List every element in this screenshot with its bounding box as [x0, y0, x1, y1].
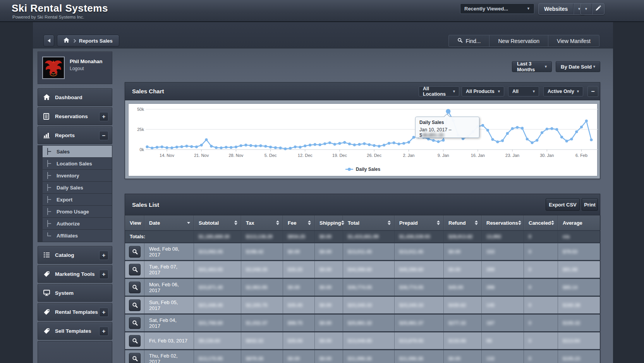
sidebar-item-marketing-tools[interactable]: Marketing Tools+ — [38, 265, 112, 283]
blurred-value: $0.00 — [319, 249, 331, 255]
blurred-value: $0.00 — [288, 356, 300, 361]
sidebar-item-label: Marketing Tools — [55, 271, 95, 277]
expand-icon[interactable]: + — [99, 308, 108, 317]
new-reservation-button[interactable]: New Reservation — [489, 35, 548, 46]
breadcrumb[interactable]: Reports Sales — [57, 35, 119, 46]
value-cell-blurred: 0 — [524, 332, 558, 349]
blurred-value: $79.53 — [563, 249, 577, 255]
view-sale-button[interactable] — [129, 246, 141, 258]
view-sale-button[interactable] — [129, 282, 141, 293]
products-filter-select[interactable]: All Products ▼ — [462, 86, 504, 96]
blurred-value: 98 — [486, 338, 492, 344]
col-header-fee[interactable]: Fee — [283, 215, 315, 230]
websites-button[interactable]: Websites — [539, 3, 573, 14]
print-button[interactable]: Print — [582, 198, 598, 211]
blurred-value: 187 — [486, 320, 495, 326]
blurred-value: $113,138.29 — [246, 234, 273, 239]
date-cell: Sat, Feb 04, 2017 — [144, 315, 194, 331]
sidebar-item-rental-templates[interactable]: Rental Templates+ — [38, 303, 112, 321]
view-sale-button[interactable] — [129, 264, 141, 275]
logout-link[interactable]: Logout — [70, 66, 84, 71]
submenu-item-location-sales[interactable]: Location Sales — [43, 158, 112, 170]
submenu-item-authorize[interactable]: Authorize — [43, 218, 112, 230]
sidebar-item-sell-templates[interactable]: Sell Templates+ — [38, 322, 112, 340]
expand-icon[interactable]: + — [99, 270, 108, 279]
sidebar-item-system[interactable]: System — [38, 284, 112, 302]
tag-icon — [43, 271, 50, 277]
blurred-value: $35.25 — [288, 267, 302, 272]
sales-chart-panel: Sales Chart All Locations ▼ All Products… — [125, 82, 600, 179]
value-cell-blurred: $36,774.05 — [343, 279, 395, 296]
date-cell: Sun, Feb 05, 2017 — [144, 297, 194, 313]
submenu-item-sales[interactable]: Sales — [43, 146, 112, 158]
col-header-reservations[interactable]: Reservations — [482, 215, 524, 230]
user-panel: Phil Monahan Logout — [38, 52, 112, 84]
phoenix-logo — [43, 57, 64, 78]
magnifier-icon — [132, 284, 138, 290]
chevron-down-icon: ▼ — [532, 90, 536, 93]
reports-submenu: SalesLocation SalesInventoryDaily SalesE… — [38, 145, 112, 242]
submenu-item-export[interactable]: Export — [43, 194, 112, 206]
sidebar-item-label: Dashboard — [55, 95, 82, 100]
col-header-shipping[interactable]: Shipping — [315, 215, 343, 230]
locations-filter-select[interactable]: All Locations ▼ — [419, 86, 459, 96]
col-header-subtotal[interactable]: Subtotal — [194, 215, 241, 230]
search-icon — [457, 38, 463, 44]
value-cell-blurred: $13,175.95 — [194, 350, 241, 363]
sidebar-item-partial[interactable] — [38, 341, 112, 363]
blurred-value: $0.00 — [448, 267, 460, 272]
blurred-value: $45.00 — [448, 285, 463, 290]
sidebar-item-label: System — [55, 290, 74, 296]
sold-by-select[interactable]: By Date Sold ▼ — [556, 61, 600, 72]
value-cell-blurred: $0.00 — [315, 315, 343, 331]
recently-viewed-select[interactable]: Recently Viewed... ▼ — [460, 3, 534, 14]
blurred-value: $21,446.45 — [199, 303, 223, 308]
blurred-value: $430.62 — [448, 303, 466, 308]
submenu-item-affiliates[interactable]: Affiliates — [43, 230, 112, 242]
col-header-total[interactable]: Total — [343, 215, 395, 230]
view-sale-button[interactable] — [129, 299, 141, 311]
value-cell-blurred: $430.62 — [444, 297, 482, 313]
col-header-canceled[interactable]: Canceled — [524, 215, 558, 230]
date-range-select[interactable]: Last 3 Months ▼ — [512, 61, 552, 72]
view-sale-button[interactable] — [129, 317, 141, 329]
value-cell-blurred: $35.25 — [283, 261, 315, 278]
all-filter-select[interactable]: All ▼ — [508, 86, 539, 96]
submenu-item-promo-usage[interactable]: Promo Usage — [43, 206, 112, 218]
expand-icon[interactable]: + — [99, 112, 108, 121]
totals-value-blurred: $1,436,539.93 — [395, 231, 444, 242]
col-header-prepaid[interactable]: Prepaid — [395, 215, 444, 230]
col-header-date[interactable]: Date — [144, 215, 194, 230]
view-sale-button[interactable] — [129, 353, 141, 363]
value-cell-blurred: $0.00 — [315, 297, 343, 313]
value-cell-blurred: $11,096.36 — [343, 350, 395, 363]
view-sale-button[interactable] — [129, 335, 141, 347]
export-csv-button[interactable]: Export CSV — [546, 198, 580, 211]
submenu-item-daily-sales[interactable]: Daily Sales — [43, 182, 112, 194]
expand-icon[interactable]: + — [99, 327, 108, 336]
blurred-value: $160.38 — [563, 303, 580, 308]
totals-value-blurred: $1,185,669.30 — [194, 231, 241, 242]
blurred-value: 0 — [529, 249, 531, 255]
sales-line-chart[interactable]: 0k25k50k14. Nov21. Nov28. Nov5. Dec12. D… — [129, 104, 598, 177]
sidebar-item-reservations[interactable]: Reservations+ — [38, 107, 112, 125]
view-manifest-button[interactable]: View Manifest — [548, 35, 599, 46]
find-button[interactable]: Find... — [449, 35, 489, 46]
col-header-label: Shipping — [319, 220, 341, 226]
active-filter-select[interactable]: Active Only ▼ — [543, 86, 583, 96]
collapse-panel-button[interactable]: − — [587, 86, 598, 97]
col-header-refund[interactable]: Refund — [444, 215, 482, 230]
sidebar-item-reports[interactable]: Reports− — [38, 126, 112, 144]
edit-button[interactable] — [592, 3, 604, 14]
submenu-item-inventory[interactable]: Inventory — [43, 170, 112, 182]
collapse-icon[interactable]: − — [99, 131, 108, 140]
expand-icon[interactable]: + — [99, 251, 108, 260]
sidebar-item-catalog[interactable]: Catalog+ — [38, 246, 112, 264]
col-header-tax[interactable]: Tax — [241, 215, 283, 230]
submenu-item-label: Daily Sales — [57, 185, 83, 191]
tooltip-title: Daily Sales — [419, 120, 475, 125]
header-dropdown-button[interactable]: ▼ — [580, 3, 592, 14]
back-button[interactable] — [43, 35, 54, 46]
daily-sales-chart[interactable]: 0k25k50k14. Nov21. Nov28. Nov5. Dec12. D… — [128, 103, 598, 176]
sidebar-item-dashboard[interactable]: Dashboard — [38, 88, 112, 106]
